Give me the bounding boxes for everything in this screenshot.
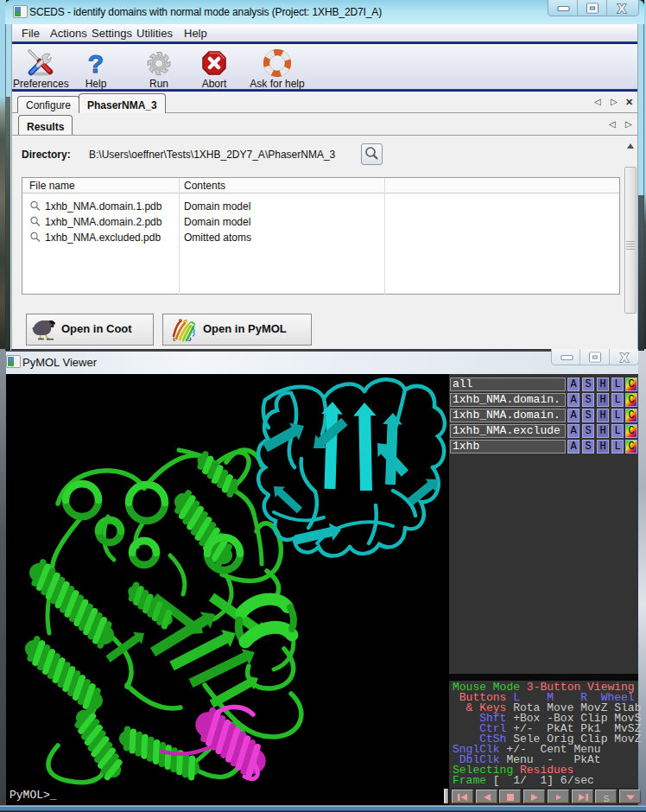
svg-text:X: X	[620, 351, 629, 365]
svg-text:X: X	[618, 2, 626, 16]
svg-text:?: ?	[88, 49, 104, 77]
svg-text:S: S	[604, 794, 610, 804]
